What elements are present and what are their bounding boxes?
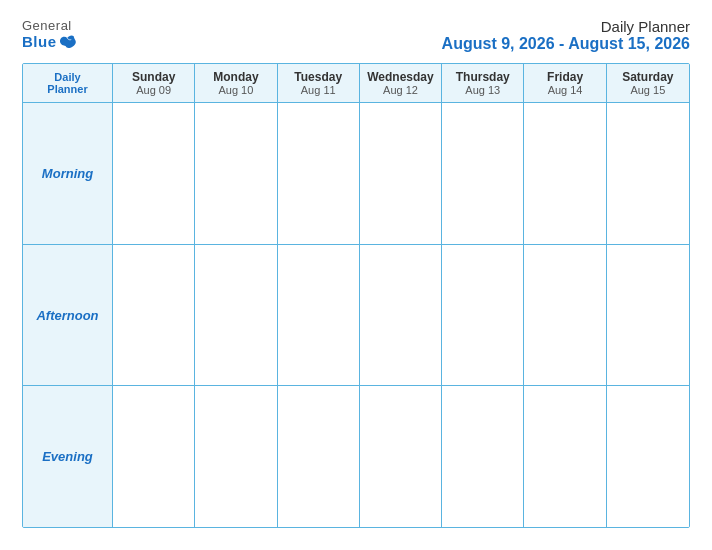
calendar-cell[interactable] [195,103,277,244]
header-label-bottom: Planner [47,83,87,95]
header-day-thursday: Thursday Aug 13 [442,64,524,102]
header-day-saturday: Saturday Aug 15 [607,64,689,102]
calendar-body: MorningAfternoonEvening [23,103,689,527]
day-date: Aug 09 [136,84,171,96]
calendar-cell[interactable] [278,386,360,527]
calendar-cell[interactable] [607,245,689,386]
planner-title: Daily Planner [442,18,690,35]
day-name: Sunday [132,70,175,84]
calendar-cell[interactable] [360,386,442,527]
header-day-friday: Friday Aug 14 [524,64,606,102]
day-name: Tuesday [294,70,342,84]
calendar-cell[interactable] [113,103,195,244]
row-label-morning: Morning [23,103,113,244]
logo-bird-icon [59,34,77,50]
calendar-cell[interactable] [360,245,442,386]
calendar-cell[interactable] [607,386,689,527]
day-name: Monday [213,70,258,84]
calendar-cell[interactable] [524,103,606,244]
calendar-cell[interactable] [442,386,524,527]
day-date: Aug 12 [383,84,418,96]
header-label-top: Daily [54,71,80,83]
row-label-evening: Evening [23,386,113,527]
calendar-cell[interactable] [524,386,606,527]
calendar-cell[interactable] [607,103,689,244]
calendar-cell[interactable] [195,245,277,386]
calendar-cell[interactable] [195,386,277,527]
day-date: Aug 10 [218,84,253,96]
day-date: Aug 15 [630,84,665,96]
row-label-afternoon: Afternoon [23,245,113,386]
logo-blue: Blue [22,33,77,50]
calendar-cell[interactable] [278,103,360,244]
logo-blue-text: Blue [22,33,57,50]
calendar-cell[interactable] [442,103,524,244]
calendar-cell[interactable] [278,245,360,386]
header: General Blue Daily Planner August 9, 202… [22,18,690,53]
calendar-row-afternoon: Afternoon [23,245,689,387]
calendar-cell[interactable] [113,386,195,527]
header-day-monday: Monday Aug 10 [195,64,277,102]
calendar-cell[interactable] [113,245,195,386]
logo-general: General [22,18,72,33]
header-label-cell: Daily Planner [23,64,113,102]
day-name: Wednesday [367,70,433,84]
calendar: Daily Planner Sunday Aug 09 Monday Aug 1… [22,63,690,528]
day-date: Aug 11 [301,84,336,96]
header-day-wednesday: Wednesday Aug 12 [360,64,442,102]
planner-date-range: August 9, 2026 - August 15, 2026 [442,35,690,53]
calendar-cell[interactable] [442,245,524,386]
day-name: Saturday [622,70,673,84]
calendar-cell[interactable] [524,245,606,386]
day-name: Friday [547,70,583,84]
day-date: Aug 13 [465,84,500,96]
logo: General Blue [22,18,77,50]
calendar-row-morning: Morning [23,103,689,245]
calendar-cell[interactable] [360,103,442,244]
title-block: Daily Planner August 9, 2026 - August 15… [442,18,690,53]
calendar-row-evening: Evening [23,386,689,527]
day-date: Aug 14 [548,84,583,96]
page: General Blue Daily Planner August 9, 202… [6,6,706,544]
header-day-tuesday: Tuesday Aug 11 [278,64,360,102]
header-day-sunday: Sunday Aug 09 [113,64,195,102]
calendar-header-row: Daily Planner Sunday Aug 09 Monday Aug 1… [23,64,689,103]
day-name: Thursday [456,70,510,84]
